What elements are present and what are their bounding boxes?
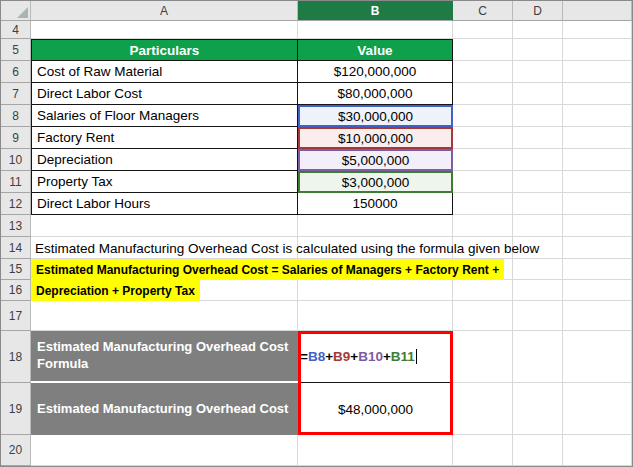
grid-cell[interactable] <box>453 171 513 193</box>
grid-cell[interactable] <box>453 435 513 466</box>
formula-definition-line-1[interactable]: Estimated Manufacturing Overhead Cost = … <box>31 259 504 280</box>
cell-b5-value-header[interactable]: Value <box>298 39 453 61</box>
cell-a11-label[interactable]: Property Tax <box>31 171 298 193</box>
grid-cell[interactable] <box>453 301 513 331</box>
grid-cell[interactable] <box>453 127 513 149</box>
grid-cell[interactable] <box>563 21 632 39</box>
cell-b8-value-blue-ref[interactable]: $30,000,000 <box>298 105 453 127</box>
grid-cell[interactable] <box>563 61 632 83</box>
row-header-20[interactable]: 20 <box>1 435 31 466</box>
col-header-blank[interactable] <box>563 1 632 21</box>
grid-cell[interactable] <box>563 259 632 280</box>
row-header-16[interactable]: 16 <box>1 280 31 301</box>
row-header-17[interactable]: 17 <box>1 301 31 331</box>
grid-cell[interactable] <box>513 127 563 149</box>
cell-b19-result[interactable]: $48,000,000 <box>298 383 453 435</box>
grid-cell[interactable] <box>453 193 513 215</box>
grid-cell[interactable] <box>563 280 632 301</box>
grid-cell[interactable] <box>513 149 563 171</box>
grid-cell[interactable] <box>563 149 632 171</box>
row-header-12[interactable]: 12 <box>1 193 31 215</box>
row-header-6[interactable]: 6 <box>1 61 31 83</box>
grid-cell[interactable] <box>513 301 563 331</box>
cell-b12-value[interactable]: 150000 <box>298 193 453 215</box>
grid-cell[interactable] <box>563 331 632 383</box>
grid-cell[interactable] <box>563 105 632 127</box>
cell-a9-label[interactable]: Factory Rent <box>31 127 298 149</box>
grid-cell[interactable] <box>298 301 453 331</box>
row-header-13[interactable]: 13 <box>1 215 31 237</box>
grid-cell[interactable] <box>563 127 632 149</box>
row-header-15[interactable]: 15 <box>1 259 31 280</box>
grid-cell[interactable] <box>453 105 513 127</box>
grid-cell[interactable] <box>453 39 513 61</box>
row-header-14[interactable]: 14 <box>1 237 31 259</box>
col-header-b-selected[interactable]: B <box>298 1 453 21</box>
select-all-corner[interactable] <box>1 1 31 21</box>
grid-cell[interactable] <box>298 280 453 301</box>
cell-a10-label[interactable]: Depreciation <box>31 149 298 171</box>
grid-cell[interactable] <box>563 215 632 237</box>
grid-cell[interactable] <box>513 193 563 215</box>
cell-a12-label[interactable]: Direct Labor Hours <box>31 193 298 215</box>
cell-b18-formula[interactable]: =B8+B9+B10+B11 <box>298 331 453 383</box>
grid-cell[interactable] <box>563 435 632 466</box>
grid-cell[interactable] <box>453 383 513 435</box>
cell-b9-value-red-ref[interactable]: $10,000,000 <box>298 127 453 149</box>
grid-cell[interactable] <box>31 215 298 237</box>
grid-cell[interactable] <box>513 383 563 435</box>
col-header-d[interactable]: D <box>513 1 563 21</box>
grid-cell[interactable] <box>563 383 632 435</box>
grid-cell[interactable] <box>453 215 513 237</box>
grid-cell[interactable] <box>453 83 513 105</box>
grid-cell[interactable] <box>453 61 513 83</box>
grid-cell[interactable] <box>453 331 513 383</box>
description-text[interactable]: Estimated Manufacturing Overhead Cost is… <box>31 237 632 259</box>
row-header-4[interactable]: 4 <box>1 21 31 39</box>
grid-cell[interactable] <box>513 105 563 127</box>
grid-cell[interactable] <box>563 193 632 215</box>
grid-cell[interactable] <box>31 435 298 466</box>
grid-cell[interactable] <box>453 280 513 301</box>
grid-cell[interactable] <box>453 21 513 39</box>
row-header-18[interactable]: 18 <box>1 331 31 383</box>
formula-definition-line-2[interactable]: Depreciation + Property Tax <box>31 280 200 301</box>
grid-cell[interactable] <box>513 215 563 237</box>
cell-a6-label[interactable]: Cost of Raw Material <box>31 61 298 83</box>
row-header-7[interactable]: 7 <box>1 83 31 105</box>
grid-cell[interactable] <box>563 39 632 61</box>
cell-a19-cost-label[interactable]: Estimated Manufacturing Overhead Cost <box>31 383 298 435</box>
row-header-9[interactable]: 9 <box>1 127 31 149</box>
grid-cell[interactable] <box>31 21 298 39</box>
grid-cell[interactable] <box>513 83 563 105</box>
row-header-10[interactable]: 10 <box>1 149 31 171</box>
grid-cell[interactable] <box>513 21 563 39</box>
grid-cell[interactable] <box>513 259 563 280</box>
grid-cell[interactable] <box>453 149 513 171</box>
grid-cell[interactable] <box>31 301 298 331</box>
grid-cell[interactable] <box>513 39 563 61</box>
cell-a18-formula-label[interactable]: Estimated Manufacturing Overhead Cost Fo… <box>31 331 298 383</box>
grid-cell[interactable] <box>563 171 632 193</box>
row-header-19[interactable]: 19 <box>1 383 31 435</box>
grid-cell[interactable] <box>513 171 563 193</box>
grid-cell[interactable] <box>513 435 563 466</box>
cell-a5-particulars-header[interactable]: Particulars <box>31 39 298 61</box>
cell-a8-label[interactable]: Salaries of Floor Managers <box>31 105 298 127</box>
grid-cell[interactable] <box>298 435 453 466</box>
cell-b7-value[interactable]: $80,000,000 <box>298 83 453 105</box>
grid-cell[interactable] <box>513 280 563 301</box>
col-header-a[interactable]: A <box>31 1 298 21</box>
grid-cell[interactable] <box>513 61 563 83</box>
grid-cell[interactable] <box>298 21 453 39</box>
cell-b6-value[interactable]: $120,000,000 <box>298 61 453 83</box>
cell-a7-label[interactable]: Direct Labor Cost <box>31 83 298 105</box>
grid-cell[interactable] <box>563 301 632 331</box>
cell-b11-value-green-ref[interactable]: $3,000,000 <box>298 171 453 193</box>
cell-b10-value-purple-ref[interactable]: $5,000,000 <box>298 149 453 171</box>
row-header-11[interactable]: 11 <box>1 171 31 193</box>
row-header-8[interactable]: 8 <box>1 105 31 127</box>
grid-cell[interactable] <box>513 331 563 383</box>
grid-cell[interactable] <box>298 215 453 237</box>
grid-cell[interactable] <box>563 83 632 105</box>
